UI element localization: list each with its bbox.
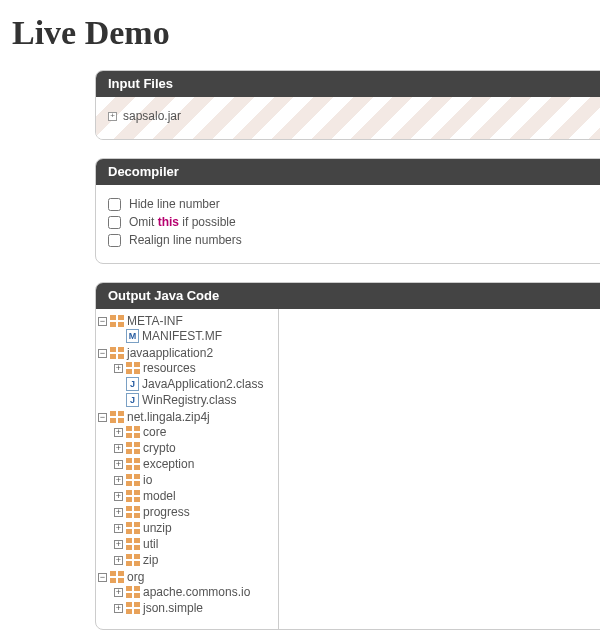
- package-icon: [110, 571, 124, 583]
- node-label: progress: [143, 505, 190, 519]
- expand-icon[interactable]: [114, 428, 123, 437]
- package-icon: [110, 315, 124, 327]
- package-icon: [126, 490, 140, 502]
- node-label: exception: [143, 457, 194, 471]
- input-file-name: sapsalo.jar: [123, 109, 181, 123]
- opt-omit-this[interactable]: Omit this if possible: [108, 213, 600, 231]
- decompiler-header: Decompiler: [96, 159, 600, 185]
- node-label: unzip: [143, 521, 172, 535]
- expand-icon[interactable]: [114, 508, 123, 517]
- node-label: io: [143, 473, 152, 487]
- opt-label: Omit this if possible: [129, 215, 236, 229]
- expand-icon[interactable]: [114, 476, 123, 485]
- package-icon: [110, 411, 124, 423]
- checkbox-omit-this[interactable]: [108, 216, 121, 229]
- collapse-icon[interactable]: [98, 413, 107, 422]
- tree-node-javaapp[interactable]: javaapplication2 resources: [98, 345, 278, 409]
- java-file-icon: J: [126, 393, 139, 407]
- node-label: apache.commons.io: [143, 585, 250, 599]
- spacer-icon: [114, 396, 123, 405]
- tree-node-io[interactable]: io: [114, 472, 278, 488]
- package-icon: [126, 474, 140, 486]
- expand-icon[interactable]: [108, 112, 117, 121]
- package-icon: [126, 362, 140, 374]
- tree-node-exception[interactable]: exception: [114, 456, 278, 472]
- collapse-icon[interactable]: [98, 317, 107, 326]
- tree-node-progress[interactable]: progress: [114, 504, 278, 520]
- node-label: resources: [143, 361, 196, 375]
- tree-node-crypto[interactable]: crypto: [114, 440, 278, 456]
- text-fragment: Omit: [129, 215, 158, 229]
- package-icon: [126, 442, 140, 454]
- input-files-panel: Input Files sapsalo.jar: [95, 70, 600, 140]
- package-icon: [126, 538, 140, 550]
- tree-node-unzip[interactable]: unzip: [114, 520, 278, 536]
- collapse-icon[interactable]: [98, 573, 107, 582]
- input-files-body: sapsalo.jar: [96, 97, 600, 139]
- expand-icon[interactable]: [114, 604, 123, 613]
- node-label: JavaApplication2.class: [142, 377, 263, 391]
- tree-node-manifest[interactable]: M MANIFEST.MF: [114, 328, 278, 344]
- tree-node-core[interactable]: core: [114, 424, 278, 440]
- tree-node-jsonsimple[interactable]: json.simple: [114, 600, 278, 616]
- tree-node-zip[interactable]: zip: [114, 552, 278, 568]
- node-label: model: [143, 489, 176, 503]
- node-label: MANIFEST.MF: [142, 329, 222, 343]
- tree-pane[interactable]: META-INF M MANIFEST.MF: [96, 309, 279, 629]
- node-label: crypto: [143, 441, 176, 455]
- expand-icon[interactable]: [114, 556, 123, 565]
- node-label: util: [143, 537, 158, 551]
- node-label: zip: [143, 553, 158, 567]
- expand-icon[interactable]: [114, 444, 123, 453]
- collapse-icon[interactable]: [98, 349, 107, 358]
- node-label: core: [143, 425, 166, 439]
- opt-hide-line-number[interactable]: Hide line number: [108, 195, 600, 213]
- package-icon: [126, 586, 140, 598]
- output-header: Output Java Code: [96, 283, 600, 309]
- package-icon: [126, 426, 140, 438]
- checkbox-realign[interactable]: [108, 234, 121, 247]
- expand-icon[interactable]: [114, 540, 123, 549]
- tree-node-model[interactable]: model: [114, 488, 278, 504]
- input-file-row[interactable]: sapsalo.jar: [108, 107, 600, 125]
- opt-realign[interactable]: Realign line numbers: [108, 231, 600, 249]
- package-icon: [126, 458, 140, 470]
- tree-node-util[interactable]: util: [114, 536, 278, 552]
- expand-icon[interactable]: [114, 588, 123, 597]
- text-fragment: if possible: [179, 215, 236, 229]
- expand-icon[interactable]: [114, 492, 123, 501]
- node-label: net.lingala.zip4j: [127, 410, 210, 424]
- tree-node-apacheio[interactable]: apache.commons.io: [114, 584, 278, 600]
- decompiler-body: Hide line number Omit this if possible R…: [96, 185, 600, 263]
- expand-icon[interactable]: [114, 364, 123, 373]
- package-icon: [110, 347, 124, 359]
- spacer-icon: [114, 332, 123, 341]
- decompiler-panel: Decompiler Hide line number Omit this if…: [95, 158, 600, 264]
- expand-icon[interactable]: [114, 524, 123, 533]
- tree-node-resources[interactable]: resources: [114, 360, 278, 376]
- tree-node-javaapp2class[interactable]: J JavaApplication2.class: [114, 376, 278, 392]
- spacer-icon: [114, 380, 123, 389]
- node-label: WinRegistry.class: [142, 393, 236, 407]
- tree-node-winreg[interactable]: J WinRegistry.class: [114, 392, 278, 408]
- opt-label: Realign line numbers: [129, 233, 242, 247]
- node-label: json.simple: [143, 601, 203, 615]
- tree-node-metainf[interactable]: META-INF M MANIFEST.MF: [98, 313, 278, 345]
- package-icon: [126, 602, 140, 614]
- opt-label: Hide line number: [129, 197, 220, 211]
- package-icon: [126, 522, 140, 534]
- package-icon: [126, 554, 140, 566]
- output-panel: Output Java Code META-INF M: [95, 282, 600, 630]
- expand-icon[interactable]: [114, 460, 123, 469]
- checkbox-hide-line-number[interactable]: [108, 198, 121, 211]
- tree-node-zip4j[interactable]: net.lingala.zip4j core crypto exception …: [98, 409, 278, 569]
- output-body: META-INF M MANIFEST.MF: [96, 309, 600, 629]
- tree-node-org[interactable]: org apache.commons.io json.simple: [98, 569, 278, 617]
- page-title: Live Demo: [12, 14, 600, 52]
- node-label: javaapplication2: [127, 346, 213, 360]
- keyword-this: this: [158, 215, 179, 229]
- java-file-icon: J: [126, 377, 139, 391]
- code-pane: [279, 309, 600, 629]
- node-label: META-INF: [127, 314, 183, 328]
- package-icon: [126, 506, 140, 518]
